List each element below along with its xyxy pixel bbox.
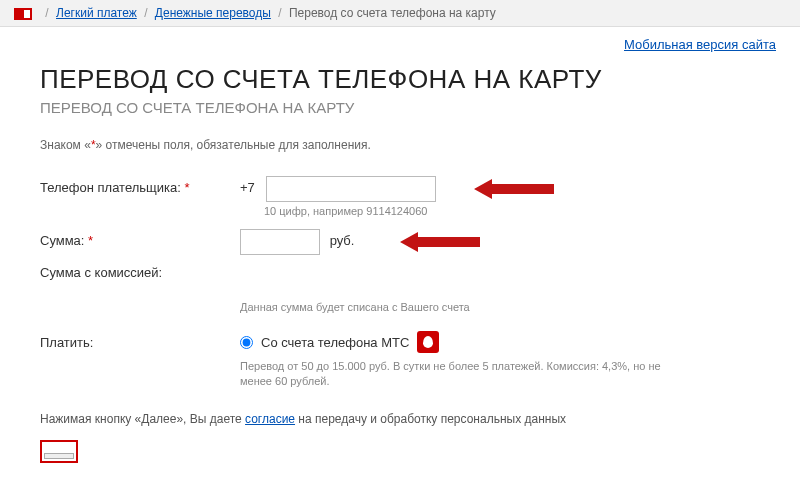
debit-note: Данная сумма будет списана с Вашего счет… [240, 301, 760, 313]
phone-label: Телефон плательщика: * [40, 176, 240, 195]
asterisk-icon: * [184, 180, 189, 195]
required-fields-hint: Знаком «*» отмечены поля, обязательные д… [40, 138, 760, 152]
breadcrumb-sep: / [278, 6, 281, 20]
amount-label-text: Сумма: [40, 233, 84, 248]
amount-fee-label: Сумма с комиссией: [40, 261, 240, 280]
pay-radio-mts[interactable] [240, 336, 253, 349]
page-subtitle: ПЕРЕВОД СО СЧЕТА ТЕЛЕФОНА НА КАРТУ [40, 99, 760, 116]
mobile-version-link-row: Мобильная версия сайта [0, 27, 800, 52]
next-button-highlight [40, 440, 78, 463]
phone-hint: 10 цифр, например 9114124060 [264, 205, 760, 217]
phone-row: Телефон плательщика: * +7 10 цифр, напри… [40, 176, 760, 217]
breadcrumb-sep: / [45, 6, 48, 20]
phone-input[interactable] [266, 176, 436, 202]
consent-link[interactable]: согласие [245, 412, 295, 426]
consent-post: на передачу и обработку персональных дан… [295, 412, 566, 426]
next-button[interactable] [44, 453, 74, 459]
breadcrumb-link-transfers[interactable]: Денежные переводы [155, 6, 271, 20]
mts-logo-icon [14, 8, 32, 20]
main-content: ПЕРЕВОД СО СЧЕТА ТЕЛЕФОНА НА КАРТУ ПЕРЕВ… [0, 52, 800, 463]
hint-post: » отмечены поля, обязательные для заполн… [96, 138, 371, 152]
pay-option: Со счета телефона МТС [240, 331, 760, 353]
currency-label: руб. [330, 229, 355, 248]
consent-text: Нажимая кнопку «Далее», Вы даете согласи… [40, 412, 760, 426]
consent-pre: Нажимая кнопку «Далее», Вы даете [40, 412, 245, 426]
pay-label: Платить: [40, 331, 240, 350]
amount-fee-row: Сумма с комиссией: [40, 261, 760, 280]
debit-note-row: Данная сумма будет списана с Вашего счет… [40, 298, 760, 313]
breadcrumb-current: Перевод со счета телефона на карту [289, 6, 496, 20]
phone-prefix: +7 [240, 176, 255, 195]
amount-row: Сумма: * руб. [40, 229, 760, 255]
phone-label-text: Телефон плательщика: [40, 180, 181, 195]
asterisk-icon: * [88, 233, 93, 248]
pay-option-label: Со счета телефона МТС [261, 335, 409, 350]
page-title: ПЕРЕВОД СО СЧЕТА ТЕЛЕФОНА НА КАРТУ [40, 64, 760, 95]
mts-egg-icon [417, 331, 439, 353]
mobile-version-link[interactable]: Мобильная версия сайта [624, 37, 776, 52]
breadcrumb-link-easy-payment[interactable]: Легкий платеж [56, 6, 137, 20]
pay-row: Платить: Со счета телефона МТС Перевод о… [40, 331, 760, 390]
breadcrumb: / Легкий платеж / Денежные переводы / Пе… [0, 0, 800, 27]
amount-label: Сумма: * [40, 229, 240, 248]
breadcrumb-sep: / [144, 6, 147, 20]
pay-note: Перевод от 50 до 15.000 руб. В сутки не … [240, 359, 680, 390]
amount-input[interactable] [240, 229, 320, 255]
hint-pre: Знаком « [40, 138, 91, 152]
